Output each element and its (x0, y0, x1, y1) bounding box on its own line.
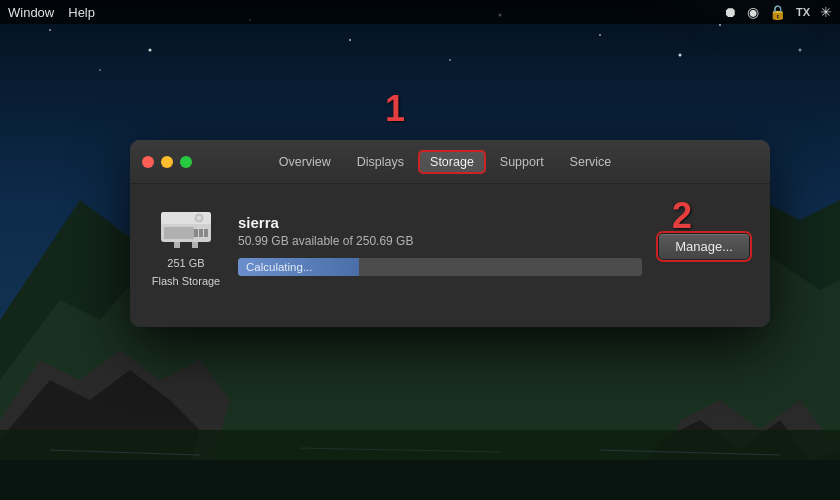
svg-rect-28 (199, 229, 203, 237)
svg-point-9 (799, 49, 802, 52)
menubar-left: Window Help (8, 5, 95, 20)
tab-displays[interactable]: Displays (345, 150, 416, 174)
tab-overview[interactable]: Overview (267, 150, 343, 174)
svg-point-33 (197, 216, 201, 220)
svg-point-5 (349, 39, 351, 41)
svg-rect-31 (192, 242, 198, 248)
progress-bar: Calculating... (238, 258, 642, 276)
svg-point-7 (599, 34, 601, 36)
disk-type: Flash Storage (152, 274, 220, 288)
tab-storage[interactable]: Storage (418, 150, 486, 174)
dialog-content: 251 GB Flash Storage sierra 50.99 GB ava… (130, 184, 770, 327)
svg-rect-26 (164, 227, 194, 239)
tab-support[interactable]: Support (488, 150, 556, 174)
titlebar: Overview Displays Storage Support Servic… (130, 140, 770, 184)
svg-point-10 (99, 69, 101, 71)
menubar-window[interactable]: Window (8, 5, 54, 20)
tab-service[interactable]: Service (558, 150, 624, 174)
stop-icon: ⏺ (723, 4, 737, 20)
svg-rect-29 (204, 229, 208, 237)
svg-rect-30 (174, 242, 180, 248)
manage-button-wrap: Manage... (658, 231, 750, 260)
menubar: Window Help ⏺ ◉ 🔒 TX ✳ (0, 0, 840, 24)
hard-drive-icon (156, 202, 216, 252)
storage-detail: 50.99 GB available of 250.69 GB (238, 234, 642, 248)
svg-point-2 (49, 29, 51, 31)
storage-info: sierra 50.99 GB available of 250.69 GB C… (238, 214, 642, 276)
disk-icon-area: 251 GB Flash Storage (150, 202, 222, 289)
svg-rect-27 (194, 229, 198, 237)
lock-icon: 🔒 (769, 4, 786, 20)
svg-point-12 (679, 54, 682, 57)
tab-bar: Overview Displays Storage Support Servic… (132, 150, 758, 174)
svg-rect-20 (0, 460, 840, 500)
eye-icon: ◉ (747, 4, 759, 20)
tx-icon: TX (796, 6, 810, 18)
disk-size: 251 GB (167, 256, 204, 270)
menubar-help[interactable]: Help (68, 5, 95, 20)
svg-rect-25 (161, 212, 211, 224)
manage-button[interactable]: Manage... (658, 233, 750, 260)
menubar-right: ⏺ ◉ 🔒 TX ✳ (723, 4, 832, 20)
storage-name: sierra (238, 214, 642, 231)
svg-point-3 (149, 49, 152, 52)
dialog-window: Overview Displays Storage Support Servic… (130, 140, 770, 327)
storage-row: 251 GB Flash Storage sierra 50.99 GB ava… (150, 202, 750, 289)
svg-point-8 (719, 24, 721, 26)
svg-point-11 (449, 59, 451, 61)
progress-label: Calculating... (246, 261, 312, 273)
bluetooth-icon: ✳ (820, 4, 832, 20)
